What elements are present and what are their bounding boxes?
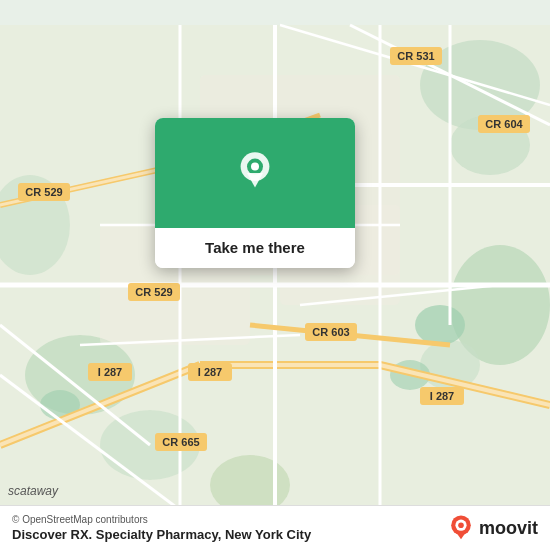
bottom-bar-left: © OpenStreetMap contributors Discover RX… <box>12 514 311 542</box>
svg-text:I 287: I 287 <box>198 366 222 378</box>
popup-card[interactable]: Take me there <box>155 118 355 268</box>
location-name: Discover RX. Specialty Pharmacy, New Yor… <box>12 527 311 542</box>
svg-point-59 <box>251 163 259 171</box>
svg-text:CR 665: CR 665 <box>162 436 199 448</box>
svg-text:scataway: scataway <box>8 484 59 498</box>
svg-marker-60 <box>247 173 263 187</box>
svg-text:CR 603: CR 603 <box>312 326 349 338</box>
svg-text:I 287: I 287 <box>98 366 122 378</box>
copyright-text: © OpenStreetMap contributors <box>12 514 311 525</box>
svg-text:CR 531: CR 531 <box>397 50 434 62</box>
popup-green-area <box>155 118 355 228</box>
location-pin-icon <box>231 149 279 197</box>
svg-text:CR 604: CR 604 <box>485 118 523 130</box>
svg-text:I 287: I 287 <box>430 390 454 402</box>
svg-text:CR 529: CR 529 <box>25 186 62 198</box>
svg-point-63 <box>458 522 464 528</box>
moovit-text: moovit <box>479 518 538 539</box>
bottom-bar: © OpenStreetMap contributors Discover RX… <box>0 505 550 550</box>
svg-marker-64 <box>456 532 466 539</box>
take-me-there-button[interactable]: Take me there <box>155 228 355 268</box>
moovit-pin-icon <box>447 514 475 542</box>
map-svg: CR 531 CR 604 CR 529 CR 529 CR 603 I 287… <box>0 0 550 550</box>
svg-point-9 <box>415 305 465 345</box>
map-container: CR 531 CR 604 CR 529 CR 529 CR 603 I 287… <box>0 0 550 550</box>
svg-text:CR 529: CR 529 <box>135 286 172 298</box>
moovit-logo[interactable]: moovit <box>447 514 538 542</box>
